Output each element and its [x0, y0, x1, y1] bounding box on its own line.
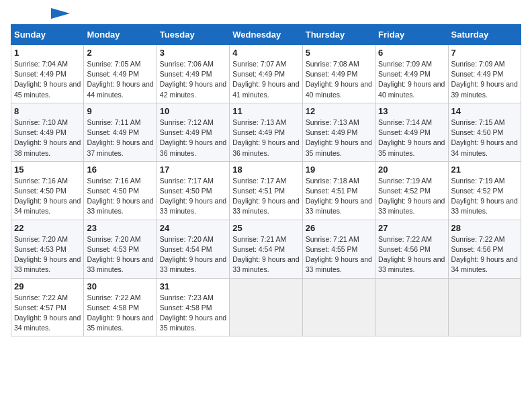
- day-number: 28: [451, 223, 518, 233]
- day-detail: Sunrise: 7:22 AMSunset: 4:57 PMDaylight:…: [14, 293, 81, 334]
- calendar-cell: 22 Sunrise: 7:20 AMSunset: 4:53 PMDaylig…: [11, 220, 84, 278]
- day-detail: Sunrise: 7:20 AMSunset: 4:54 PMDaylight:…: [160, 234, 226, 275]
- day-detail: Sunrise: 7:11 AMSunset: 4:49 PMDaylight:…: [87, 118, 153, 158]
- day-detail: Sunrise: 7:13 AMSunset: 4:49 PMDaylight:…: [306, 118, 372, 158]
- weekday-header-sunday: Sunday: [11, 25, 84, 45]
- day-number: 30: [87, 281, 153, 291]
- calendar-cell: 14 Sunrise: 7:15 AMSunset: 4:50 PMDaylig…: [448, 103, 521, 161]
- day-detail: Sunrise: 7:08 AMSunset: 4:49 PMDaylight:…: [306, 59, 372, 100]
- day-number: 13: [378, 106, 445, 116]
- day-detail: Sunrise: 7:22 AMSunset: 4:56 PMDaylight:…: [451, 234, 518, 275]
- day-number: 6: [378, 48, 445, 58]
- logo-icon: [51, 8, 70, 19]
- day-number: 14: [451, 106, 518, 116]
- day-detail: Sunrise: 7:17 AMSunset: 4:50 PMDaylight:…: [160, 176, 226, 217]
- weekday-header-wednesday: Wednesday: [230, 25, 302, 45]
- calendar-cell: 6 Sunrise: 7:09 AMSunset: 4:49 PMDayligh…: [375, 45, 448, 103]
- day-number: 22: [14, 223, 81, 233]
- day-detail: Sunrise: 7:20 AMSunset: 4:53 PMDaylight:…: [87, 234, 153, 275]
- day-number: 9: [87, 106, 153, 116]
- day-number: 21: [451, 165, 518, 175]
- calendar-cell: [230, 278, 302, 336]
- calendar-cell: 29 Sunrise: 7:22 AMSunset: 4:57 PMDaylig…: [11, 278, 84, 336]
- day-detail: Sunrise: 7:10 AMSunset: 4:49 PMDaylight:…: [14, 118, 81, 158]
- day-detail: Sunrise: 7:19 AMSunset: 4:52 PMDaylight:…: [451, 176, 518, 217]
- day-detail: Sunrise: 7:14 AMSunset: 4:49 PMDaylight:…: [378, 118, 445, 158]
- calendar-cell: 21 Sunrise: 7:19 AMSunset: 4:52 PMDaylig…: [448, 161, 521, 220]
- day-number: 18: [232, 165, 299, 175]
- day-detail: Sunrise: 7:05 AMSunset: 4:49 PMDaylight:…: [87, 59, 153, 100]
- calendar-cell: 3 Sunrise: 7:06 AMSunset: 4:49 PMDayligh…: [157, 45, 229, 103]
- calendar-cell: 2 Sunrise: 7:05 AMSunset: 4:49 PMDayligh…: [84, 45, 157, 103]
- calendar-week-2: 8 Sunrise: 7:10 AMSunset: 4:49 PMDayligh…: [11, 103, 521, 161]
- calendar-cell: 27 Sunrise: 7:22 AMSunset: 4:56 PMDaylig…: [375, 220, 448, 278]
- day-number: 7: [451, 48, 518, 58]
- day-number: 11: [232, 106, 299, 116]
- calendar-cell: 18 Sunrise: 7:17 AMSunset: 4:51 PMDaylig…: [230, 161, 302, 220]
- day-detail: Sunrise: 7:16 AMSunset: 4:50 PMDaylight:…: [87, 176, 153, 217]
- calendar-cell: 28 Sunrise: 7:22 AMSunset: 4:56 PMDaylig…: [448, 220, 521, 278]
- calendar-cell: 17 Sunrise: 7:17 AMSunset: 4:50 PMDaylig…: [157, 161, 229, 220]
- weekday-header-friday: Friday: [375, 25, 448, 45]
- day-number: 31: [160, 281, 226, 291]
- day-detail: Sunrise: 7:21 AMSunset: 4:54 PMDaylight:…: [232, 234, 299, 275]
- day-detail: Sunrise: 7:09 AMSunset: 4:49 PMDaylight:…: [378, 59, 445, 100]
- calendar-week-5: 29 Sunrise: 7:22 AMSunset: 4:57 PMDaylig…: [11, 278, 521, 336]
- day-detail: Sunrise: 7:13 AMSunset: 4:49 PMDaylight:…: [232, 118, 299, 158]
- day-number: 27: [378, 223, 445, 233]
- day-detail: Sunrise: 7:07 AMSunset: 4:49 PMDaylight:…: [232, 59, 299, 100]
- day-detail: Sunrise: 7:21 AMSunset: 4:55 PMDaylight:…: [306, 234, 372, 275]
- logo: [11, 11, 70, 16]
- day-number: 25: [232, 223, 299, 233]
- day-detail: Sunrise: 7:20 AMSunset: 4:53 PMDaylight:…: [14, 234, 81, 275]
- calendar-week-4: 22 Sunrise: 7:20 AMSunset: 4:53 PMDaylig…: [11, 220, 521, 278]
- day-detail: Sunrise: 7:04 AMSunset: 4:49 PMDaylight:…: [14, 59, 81, 100]
- calendar-cell: 15 Sunrise: 7:16 AMSunset: 4:50 PMDaylig…: [11, 161, 84, 220]
- day-number: 2: [87, 48, 153, 58]
- calendar-table: SundayMondayTuesdayWednesdayThursdayFrid…: [11, 24, 521, 336]
- day-number: 26: [306, 223, 372, 233]
- calendar-cell: 5 Sunrise: 7:08 AMSunset: 4:49 PMDayligh…: [302, 45, 375, 103]
- page-header: [11, 11, 521, 16]
- calendar-cell: 19 Sunrise: 7:18 AMSunset: 4:51 PMDaylig…: [302, 161, 375, 220]
- calendar-cell: 8 Sunrise: 7:10 AMSunset: 4:49 PMDayligh…: [11, 103, 84, 161]
- calendar-week-1: 1 Sunrise: 7:04 AMSunset: 4:49 PMDayligh…: [11, 45, 521, 103]
- calendar-cell: 31 Sunrise: 7:23 AMSunset: 4:58 PMDaylig…: [157, 278, 229, 336]
- calendar-cell: [302, 278, 375, 336]
- weekday-header-monday: Monday: [84, 25, 157, 45]
- day-number: 15: [14, 165, 81, 175]
- day-number: 19: [306, 165, 372, 175]
- day-number: 4: [232, 48, 299, 58]
- day-detail: Sunrise: 7:12 AMSunset: 4:49 PMDaylight:…: [160, 118, 226, 158]
- calendar-cell: 25 Sunrise: 7:21 AMSunset: 4:54 PMDaylig…: [230, 220, 302, 278]
- day-detail: Sunrise: 7:09 AMSunset: 4:49 PMDaylight:…: [451, 59, 518, 100]
- day-detail: Sunrise: 7:17 AMSunset: 4:51 PMDaylight:…: [232, 176, 299, 217]
- day-number: 20: [378, 165, 445, 175]
- day-number: 3: [160, 48, 226, 58]
- day-number: 8: [14, 106, 81, 116]
- calendar-week-3: 15 Sunrise: 7:16 AMSunset: 4:50 PMDaylig…: [11, 161, 521, 220]
- day-detail: Sunrise: 7:23 AMSunset: 4:58 PMDaylight:…: [160, 293, 226, 334]
- day-detail: Sunrise: 7:18 AMSunset: 4:51 PMDaylight:…: [306, 176, 372, 217]
- calendar-cell: 11 Sunrise: 7:13 AMSunset: 4:49 PMDaylig…: [230, 103, 302, 161]
- day-number: 5: [306, 48, 372, 58]
- calendar-cell: 23 Sunrise: 7:20 AMSunset: 4:53 PMDaylig…: [84, 220, 157, 278]
- calendar-cell: 9 Sunrise: 7:11 AMSunset: 4:49 PMDayligh…: [84, 103, 157, 161]
- calendar-cell: [448, 278, 521, 336]
- day-number: 1: [14, 48, 81, 58]
- day-number: 17: [160, 165, 226, 175]
- day-detail: Sunrise: 7:06 AMSunset: 4:49 PMDaylight:…: [160, 59, 226, 100]
- day-number: 23: [87, 223, 153, 233]
- day-detail: Sunrise: 7:15 AMSunset: 4:50 PMDaylight:…: [451, 118, 518, 158]
- weekday-header-tuesday: Tuesday: [157, 25, 229, 45]
- calendar-cell: 7 Sunrise: 7:09 AMSunset: 4:49 PMDayligh…: [448, 45, 521, 103]
- day-number: 24: [160, 223, 226, 233]
- weekday-header-thursday: Thursday: [302, 25, 375, 45]
- day-number: 29: [14, 281, 81, 291]
- calendar-cell: 30 Sunrise: 7:22 AMSunset: 4:58 PMDaylig…: [84, 278, 157, 336]
- calendar-cell: [375, 278, 448, 336]
- day-detail: Sunrise: 7:19 AMSunset: 4:52 PMDaylight:…: [378, 176, 445, 217]
- day-number: 10: [160, 106, 226, 116]
- day-detail: Sunrise: 7:22 AMSunset: 4:58 PMDaylight:…: [87, 293, 153, 334]
- svg-marker-0: [51, 8, 70, 19]
